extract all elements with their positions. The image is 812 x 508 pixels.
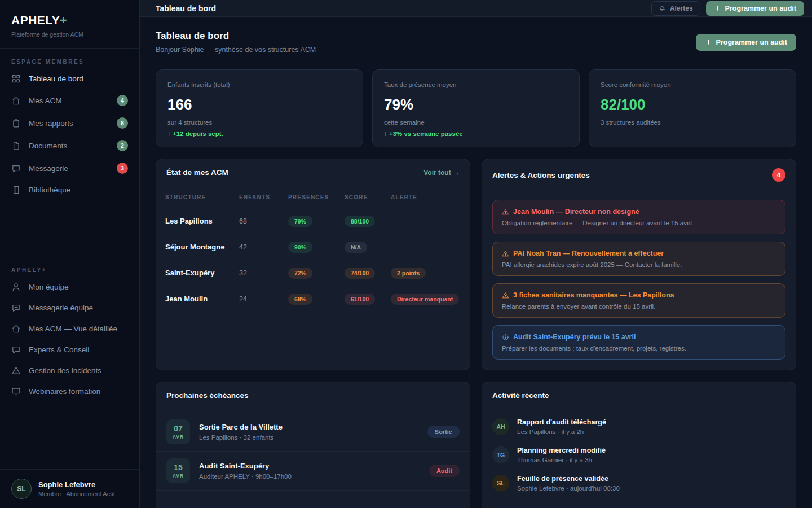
- alert-title: Jean Moulin — Directeur non désigné: [502, 208, 776, 216]
- sidebar-item-label: Messagerie: [29, 164, 68, 173]
- table-row[interactable]: Les Papillons 68 79% 88/100 —: [156, 208, 470, 234]
- column-header: PRÉSENCES: [288, 194, 345, 200]
- kpi-card: Score conformité moyen 82/100 3 structur…: [589, 69, 796, 147]
- main-area: Tableau de bord Alertes Programmer un au…: [140, 0, 812, 508]
- kpi-label: Taux de présence moyen: [384, 81, 568, 88]
- table-row[interactable]: Saint-Exupéry 32 72% 74/100 2 points: [156, 260, 470, 286]
- activity-panel-title: Activité récente: [492, 391, 549, 400]
- alerts-panel-title: Alertes & Actions urgentes: [492, 171, 590, 179]
- sidebar-item[interactable]: Mes ACM — Vue détaillée: [0, 318, 139, 339]
- page-title: Tableau de bord: [156, 30, 316, 42]
- sidebar-item[interactable]: Mes rapports 8: [0, 112, 139, 134]
- sidebar-nav-secondary: APHELY+ Mon équipe Messagerie équipe Mes…: [0, 200, 139, 402]
- alert-description: Préparer les documents : taux d'encadrem…: [502, 345, 776, 352]
- sidebar-item[interactable]: Webinaires formation: [0, 381, 139, 402]
- score-pill: 61/100: [345, 294, 375, 305]
- table-row[interactable]: Séjour Montagne 42 90% N/A —: [156, 234, 470, 260]
- alerts-button[interactable]: Alertes: [651, 1, 700, 16]
- sidebar-item[interactable]: Tableau de bord: [0, 68, 139, 89]
- kpi-value: 79%: [384, 96, 568, 113]
- alert-item[interactable]: PAI Noah Tran — Renouvellement à effectu…: [492, 242, 785, 276]
- activity-list: AH Rapport d'audit téléchargé Les Papill…: [482, 409, 796, 497]
- alert-description: Relance parents à envoyer avant contrôle…: [502, 303, 776, 310]
- sidebar: APHELY+ Plateforme de gestion ACM ESPACE…: [0, 0, 140, 508]
- date-badge: 15 AVR: [166, 458, 190, 483]
- sidebar-item[interactable]: Bibliothèque: [0, 179, 139, 200]
- alert-item[interactable]: 3 fiches sanitaires manquantes — Les Pap…: [492, 283, 785, 318]
- deadlines-panel-title: Prochaines échéances: [166, 391, 249, 400]
- schedule-audit-cta[interactable]: Programmer un audit: [696, 34, 796, 51]
- column-header: ALERTE: [391, 194, 461, 200]
- activity-title: Rapport d'audit téléchargé: [517, 418, 606, 426]
- kpi-label: Enfants inscrits (total): [167, 81, 351, 88]
- logo-plus: +: [60, 14, 67, 27]
- alert-description: PAI allergie arachides expire août 2025 …: [502, 261, 776, 268]
- monitor-icon: [11, 387, 21, 396]
- sidebar-item[interactable]: Gestion des incidents: [0, 360, 139, 381]
- date-month: AVR: [173, 473, 184, 479]
- info-icon: [502, 334, 509, 341]
- children-count: 68: [239, 217, 288, 225]
- activity-meta: Les Papillons · il y a 2h: [517, 428, 606, 435]
- alerts-button-label: Alertes: [670, 5, 693, 12]
- user-profile[interactable]: SL Sophie Lefebvre Membre · Abonnement A…: [0, 469, 139, 508]
- deadline-item[interactable]: 15 AVR Audit Saint-Exupéry Auditeur APHE…: [156, 452, 470, 491]
- deadline-item[interactable]: 07 AVR Sortie Parc de la Villette Les Pa…: [156, 413, 470, 452]
- alert-description: Obligation réglementaire — Désigner un d…: [502, 220, 776, 226]
- sidebar-item-badge: 3: [117, 163, 128, 174]
- sidebar-item[interactable]: Messagerie 3: [0, 157, 139, 179]
- topbar-actions: Alertes Programmer un audit: [651, 1, 804, 16]
- schedule-audit-button[interactable]: Programmer un audit: [706, 1, 804, 16]
- warning-icon: [502, 250, 509, 257]
- deadline-type-badge: Audit: [429, 465, 460, 477]
- sidebar-item-badge: 2: [117, 140, 128, 151]
- sidebar-item[interactable]: Experts & Conseil: [0, 339, 139, 360]
- sidebar-item[interactable]: Mon équipe: [0, 277, 139, 297]
- activity-item: SL Feuille de présence validée Sophie Le…: [482, 469, 796, 497]
- chat-dots-icon: [11, 303, 21, 313]
- kpi-delta: ↑ +12 depuis sept.: [167, 130, 351, 137]
- kpi-delta: ↑ +3% vs semaine passée: [384, 130, 568, 137]
- app-tagline: Plateforme de gestion ACM: [11, 31, 128, 38]
- bell-icon: [659, 5, 666, 12]
- alert-item[interactable]: Audit Saint-Exupéry prévu le 15 avril Pr…: [492, 325, 785, 360]
- sidebar-item[interactable]: Documents 2: [0, 134, 139, 157]
- avatar: SL: [11, 479, 32, 499]
- sidebar-item-label: Mes ACM — Vue détaillée: [29, 325, 117, 333]
- children-count: 42: [239, 243, 288, 251]
- bottom-row: Prochaines échéances 07 AVR Sortie Parc …: [156, 382, 796, 508]
- deadlines-list: 07 AVR Sortie Parc de la Villette Les Pa…: [156, 409, 470, 491]
- see-all-link[interactable]: Voir tout →: [423, 169, 460, 177]
- deadlines-panel-header: Prochaines échéances: [156, 382, 470, 409]
- warning-icon: [502, 292, 509, 299]
- sidebar-item[interactable]: Mes ACM 4: [0, 89, 139, 112]
- user-meta: Membre · Abonnement Actif: [38, 491, 115, 497]
- activity-item: AH Rapport d'audit téléchargé Les Papill…: [482, 413, 796, 441]
- children-count: 24: [239, 295, 288, 303]
- sidebar-item-label: Tableau de bord: [29, 75, 83, 83]
- alert-title-text: Jean Moulin — Directeur non désigné: [513, 208, 639, 216]
- presence-pill: 79%: [288, 216, 312, 227]
- activity-panel-header: Activité récente: [482, 382, 796, 409]
- kpi-card: Taux de présence moyen 79% cette semaine…: [372, 69, 580, 147]
- sidebar-item[interactable]: Messagerie équipe: [0, 297, 139, 318]
- date-day: 15: [174, 463, 183, 472]
- sidebar-item-badge: 8: [117, 117, 128, 129]
- kpi-label: Score conformité moyen: [601, 81, 784, 88]
- sidebar-item-label: Bibliothèque: [29, 186, 70, 194]
- table-row[interactable]: Jean Moulin 24 68% 61/100 Directeur manq…: [156, 286, 470, 312]
- activity-meta: Thomas Garnier · il y a 3h: [517, 457, 606, 463]
- alert-item[interactable]: Jean Moulin — Directeur non désigné Obli…: [492, 200, 785, 234]
- acm-panel-header: État de mes ACM Voir tout →: [156, 159, 470, 186]
- avatar: SL: [492, 475, 509, 492]
- nav-section-label: ESPACE MEMBRES: [0, 49, 139, 68]
- kpi-sub: sur 4 structures: [167, 119, 351, 126]
- score-pill: 88/100: [345, 216, 375, 227]
- alert-pill: —: [391, 218, 398, 226]
- date-day: 07: [174, 424, 183, 433]
- alert-title-text: 3 fiches sanitaires manquantes — Les Pap…: [513, 291, 674, 299]
- alert-pill: —: [391, 244, 398, 252]
- alert-title-text: Audit Saint-Exupéry prévu le 15 avril: [513, 333, 636, 341]
- deadlines-panel: Prochaines échéances 07 AVR Sortie Parc …: [156, 382, 470, 508]
- clipboard-icon: [11, 119, 21, 128]
